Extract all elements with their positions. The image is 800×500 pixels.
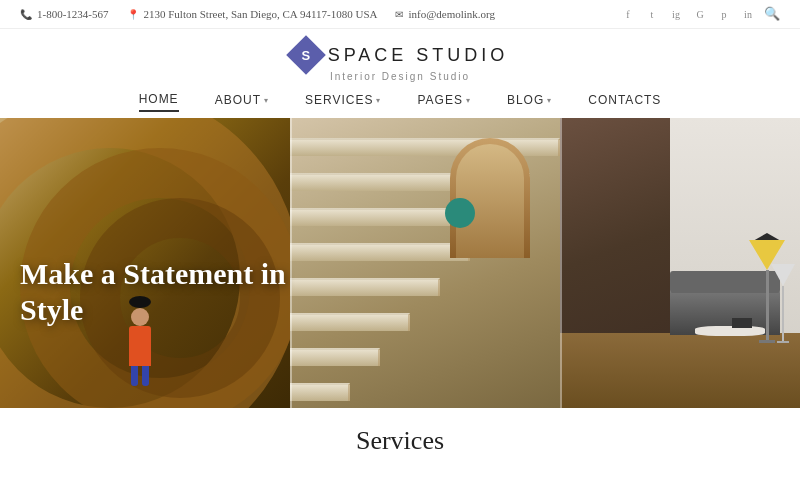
- services-title: Services: [0, 426, 800, 456]
- top-bar-right: f t ig G p in 🔍: [620, 6, 780, 22]
- nav-pages[interactable]: PAGES ▾: [417, 93, 470, 111]
- services-section: Services: [0, 408, 800, 456]
- main-nav: HOME ABOUT ▾ SERVICES ▾ PAGES ▾ BLOG ▾ C…: [139, 82, 662, 118]
- logo-tagline: Interior Design Studio: [330, 71, 470, 82]
- google-icon[interactable]: G: [692, 6, 708, 22]
- address-text: 2130 Fulton Street, San Diego, CA 94117-…: [144, 8, 378, 20]
- chevron-down-icon: ▾: [376, 96, 381, 105]
- chevron-down-icon: ▾: [547, 96, 552, 105]
- email-text: info@demolink.org: [408, 8, 495, 20]
- nav-home[interactable]: HOME: [139, 92, 179, 112]
- nav-blog[interactable]: BLOG ▾: [507, 93, 552, 111]
- twitter-icon[interactable]: t: [644, 6, 660, 22]
- chevron-down-icon: ▾: [466, 96, 471, 105]
- header: S SPACE STUDIO Interior Design Studio HO…: [0, 29, 800, 118]
- hero-image-3: [560, 118, 800, 408]
- instagram-icon[interactable]: ig: [668, 6, 684, 22]
- nav-about[interactable]: ABOUT ▾: [215, 93, 269, 111]
- logo-diamond: S: [286, 35, 326, 75]
- nav-services[interactable]: SERVICES ▾: [305, 93, 381, 111]
- logo-area: S SPACE STUDIO: [292, 41, 509, 69]
- search-icon[interactable]: 🔍: [764, 6, 780, 22]
- email-item: ✉ info@demolink.org: [395, 8, 495, 20]
- phone-item: 📞 1-800-1234-567: [20, 8, 109, 20]
- nav-contacts[interactable]: CONTACTS: [588, 93, 661, 111]
- phone-icon: 📞: [20, 9, 32, 20]
- hero-section: Make a Statement in Style: [0, 118, 800, 408]
- address-item: 📍 2130 Fulton Street, San Diego, CA 9411…: [127, 8, 378, 20]
- logo-letter: S: [301, 47, 310, 62]
- top-bar-left: 📞 1-800-1234-567 📍 2130 Fulton Street, S…: [20, 8, 495, 20]
- top-bar: 📞 1-800-1234-567 📍 2130 Fulton Street, S…: [0, 0, 800, 29]
- facebook-icon[interactable]: f: [620, 6, 636, 22]
- email-icon: ✉: [395, 9, 403, 20]
- hero-text: Make a Statement in Style: [20, 256, 286, 328]
- chevron-down-icon: ▾: [264, 96, 269, 105]
- hero-divider-2: [560, 118, 562, 408]
- linkedin-icon[interactable]: in: [740, 6, 756, 22]
- hero-divider-1: [290, 118, 292, 408]
- hero-image-2: [290, 118, 560, 408]
- pinterest-icon[interactable]: p: [716, 6, 732, 22]
- brand-name: SPACE STUDIO: [328, 45, 509, 66]
- phone-number: 1-800-1234-567: [37, 8, 109, 20]
- hero-heading: Make a Statement in Style: [20, 256, 286, 328]
- location-icon: 📍: [127, 9, 139, 20]
